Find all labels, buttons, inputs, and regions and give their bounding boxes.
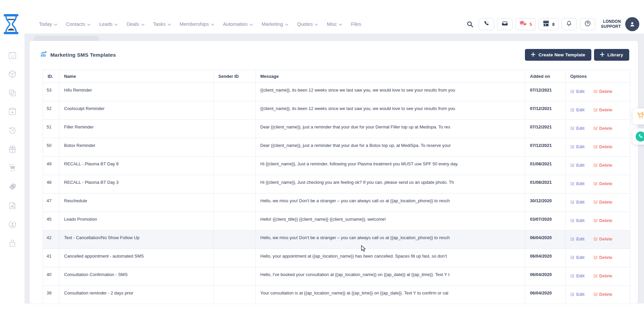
gift-icon[interactable] <box>8 145 17 154</box>
nav-item-contacts[interactable]: Contacts <box>66 21 91 27</box>
nav-item-automation[interactable]: Automation <box>223 21 253 27</box>
library-button[interactable]: Library <box>594 49 629 61</box>
chevron-down-icon <box>168 23 171 26</box>
delete-button[interactable]: Delete <box>593 273 612 278</box>
edit-button[interactable]: Edit <box>570 218 585 223</box>
delete-button[interactable]: Delete <box>593 218 612 223</box>
nav-item-tasks[interactable]: Tasks <box>153 21 171 27</box>
template-name: Hifu Reminder <box>59 83 214 101</box>
account-icon[interactable] <box>8 220 17 229</box>
main-nav: TodayContactsLeadsDealsTasksMembershipsA… <box>39 21 361 27</box>
help-button[interactable] <box>580 18 595 30</box>
chevron-down-icon <box>250 23 253 26</box>
template-id: 50 <box>43 138 59 157</box>
edit-button[interactable]: Edit <box>570 107 585 112</box>
table-row: 50 Botox Reminder Dear {{client_name}}, … <box>43 138 630 157</box>
floating-cart-button[interactable] <box>633 108 644 124</box>
template-sender-id <box>214 212 256 230</box>
template-name: Leads Promotion <box>59 212 214 230</box>
cart-icon[interactable] <box>8 164 17 172</box>
nav-item-quotes[interactable]: Quotes <box>297 21 318 27</box>
chevron-down-icon <box>315 23 318 26</box>
card-header: Marketing SMS Templates Create New Templ… <box>30 41 638 61</box>
chevron-down-icon <box>87 23 91 26</box>
inbox-button[interactable] <box>497 18 513 30</box>
table-row: 45 Leads Promotion Hello! {{client_title… <box>43 212 630 230</box>
template-id: 41 <box>43 249 59 267</box>
template-id: 51 <box>43 120 59 138</box>
chat-count-badge: 5 <box>530 22 532 27</box>
delete-button[interactable]: Delete <box>593 255 612 260</box>
nav-item-today[interactable]: Today <box>39 21 57 27</box>
nav-item-files[interactable]: Files <box>351 21 361 27</box>
edit-button[interactable]: Edit <box>570 144 585 149</box>
box-icon[interactable] <box>8 107 17 116</box>
delete-button[interactable]: Delete <box>593 163 612 168</box>
template-sender-id <box>214 175 256 194</box>
duplicate-icon[interactable] <box>8 89 17 97</box>
delete-button[interactable]: Delete <box>593 236 612 241</box>
template-message: Hello! {{client_title}} {{client_name}} … <box>256 212 525 230</box>
delete-button[interactable]: Delete <box>593 181 612 186</box>
template-name: RECALL - Plasma BT Day 3 <box>59 175 214 194</box>
calendar-icon[interactable]: 12 <box>8 51 17 60</box>
template-id: 39 <box>43 286 59 304</box>
store-button[interactable]: 8 <box>539 18 558 30</box>
table-row: 47 Reschedule Hello, we miss you! Don't … <box>43 194 630 212</box>
search-icon[interactable] <box>464 18 476 30</box>
delete-button[interactable]: Delete <box>593 144 612 149</box>
template-sender-id <box>214 194 256 212</box>
delete-button[interactable]: Delete <box>593 89 612 94</box>
template-added-on: 01/08/2021 <box>525 157 566 175</box>
nav-item-memberships[interactable]: Memberships <box>180 21 214 27</box>
table-header-row: ID.NameSender IDMessageAdded onOptions <box>43 70 630 83</box>
chat-button[interactable]: 5 <box>516 18 536 30</box>
template-name: Consultation Confirmation - SMS <box>59 267 214 286</box>
edit-button[interactable]: Edit <box>570 255 585 260</box>
chat-icon <box>519 20 527 28</box>
nav-item-misc[interactable]: Misc <box>327 21 342 27</box>
app-logo[interactable] <box>3 14 19 34</box>
user-avatar-icon[interactable] <box>625 17 639 31</box>
template-options: Edit Delete <box>566 212 630 230</box>
template-added-on: 07/12/2021 <box>525 138 566 157</box>
store-icon <box>542 20 550 28</box>
nav-item-leads[interactable]: Leads <box>99 21 118 27</box>
template-message: Hello, I've booked your consultation at … <box>256 267 525 286</box>
delete-button[interactable]: Delete <box>593 200 612 205</box>
edit-button[interactable]: Edit <box>570 292 585 297</box>
sidebar: 12 <box>0 0 24 325</box>
edit-button[interactable]: Edit <box>570 236 585 241</box>
edit-button[interactable]: Edit <box>570 163 585 168</box>
phone-button[interactable] <box>479 18 494 30</box>
package-icon[interactable] <box>8 70 17 78</box>
template-name: Reschedule <box>59 194 214 212</box>
table-row: 41 Cancelled appointment - automated SMS… <box>43 249 630 267</box>
template-message: Hi {{client_name}}, Just a reminder, fol… <box>256 157 525 175</box>
delete-button[interactable]: Delete <box>593 292 612 297</box>
create-new-template-button[interactable]: Create New Template <box>525 49 591 61</box>
edit-button[interactable]: Edit <box>570 126 585 131</box>
chevron-down-icon <box>54 23 57 26</box>
template-message: Hello, your appointment at {{ap_location… <box>256 249 525 267</box>
lock-icon[interactable] <box>8 239 17 248</box>
edit-button[interactable]: Edit <box>570 181 585 186</box>
nav-item-deals[interactable]: Deals <box>126 21 144 27</box>
tag-icon[interactable] <box>8 182 17 191</box>
template-added-on: 03/07/2020 <box>525 212 566 230</box>
delete-button[interactable]: Delete <box>593 126 612 131</box>
notifications-button[interactable] <box>561 18 577 30</box>
delete-button[interactable]: Delete <box>593 107 612 112</box>
edit-button[interactable]: Edit <box>570 273 585 278</box>
edit-button[interactable]: Edit <box>570 200 585 205</box>
template-options: Edit Delete <box>566 157 630 175</box>
history-icon[interactable] <box>8 126 17 135</box>
template-added-on: 07/12/2021 <box>525 120 566 138</box>
chart-file-icon[interactable] <box>8 201 17 210</box>
nav-item-marketing[interactable]: Marketing <box>262 21 288 27</box>
edit-button[interactable]: Edit <box>570 89 585 94</box>
template-sender-id <box>214 286 256 304</box>
floating-phone-button[interactable] <box>633 128 644 145</box>
template-id: 42 <box>43 230 59 249</box>
template-name: Filler Reminder <box>59 120 214 138</box>
